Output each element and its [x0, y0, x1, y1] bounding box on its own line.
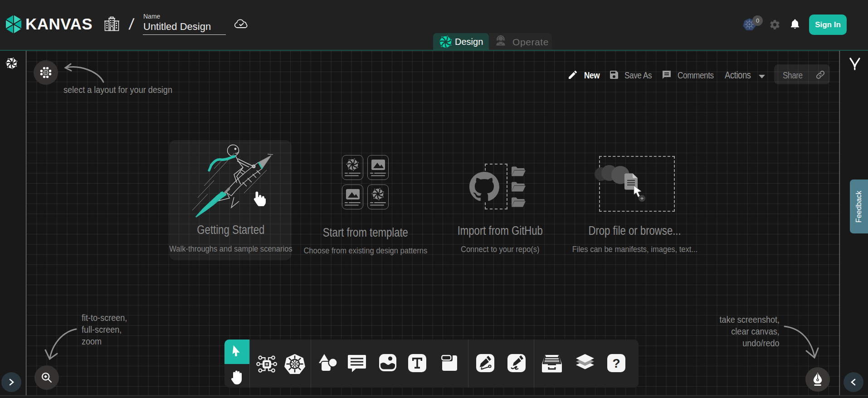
- svg-text:?: ?: [612, 356, 620, 370]
